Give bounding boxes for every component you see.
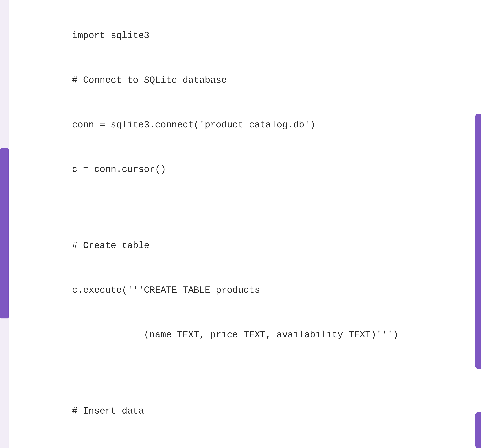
right-rail-segment (475, 412, 481, 448)
code-block: import sqlite3 # Connect to SQLite datab… (72, 12, 464, 448)
code-line: c.execute('''CREATE TABLE products (72, 285, 464, 295)
right-rail (475, 0, 481, 448)
left-scrollbar-track[interactable] (0, 0, 9, 448)
code-line: (name TEXT, price TEXT, availability TEX… (72, 330, 464, 340)
left-scrollbar-thumb[interactable] (0, 148, 9, 319)
code-line: # Insert data (72, 406, 464, 416)
code-line: conn = sqlite3.connect('product_catalog.… (72, 120, 464, 130)
right-rail-segment (475, 114, 481, 369)
code-line: import sqlite3 (72, 31, 464, 40)
code-line: # Connect to SQLite database (72, 76, 464, 85)
code-line: c = conn.cursor() (72, 165, 464, 174)
code-line: # Create table (72, 241, 464, 251)
